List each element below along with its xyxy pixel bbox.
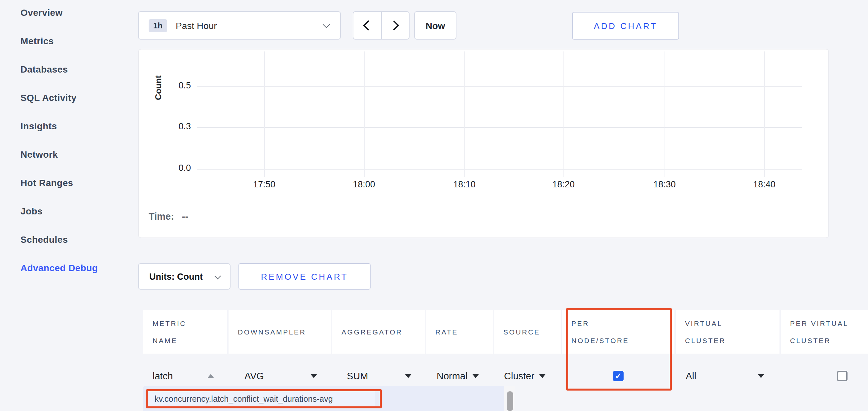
caret-up-icon [208,374,214,378]
column-header-downsampler: DOWNSAMPLER [228,310,331,353]
time-readout-label: Time: [149,211,174,222]
caret-down-icon [405,374,411,378]
annotation-box-per-node-store [566,308,672,390]
prev-time-button[interactable] [353,12,381,39]
aggregator-cell: SUM [332,364,425,388]
caret-down-icon [539,374,546,378]
metric-table-header: METRIC NAME DOWNSAMPLER AGGREGATOR RATE … [143,310,868,353]
gridline-horizontal [197,87,802,87]
column-header-rate: RATE [426,310,493,353]
metric-table-row: latch AVG SUM Normal Cluster ✓ All [143,364,868,388]
caret-down-icon [310,374,317,378]
gridline-vertical [464,52,465,177]
gridline-vertical [764,52,765,177]
x-tick-1750: 17:50 [244,179,284,189]
source-select[interactable]: Cluster [504,371,534,381]
source-cell: Cluster [494,364,561,388]
downsampler-cell: AVG [228,364,331,388]
sidebar-item-advanced-debug[interactable]: Advanced Debug [21,253,133,282]
sidebar-item-insights[interactable]: Insights [21,111,133,140]
now-button[interactable]: Now [414,11,457,40]
gridline-vertical [364,52,365,177]
rate-cell: Normal [426,364,493,388]
sidebar-item-network[interactable]: Network [21,140,133,168]
custom-chart-page: Overview Metrics Databases SQL Activity … [0,0,868,411]
next-time-button[interactable] [381,12,409,39]
virtual-cluster-cell: All [676,364,779,388]
metric-name-input[interactable]: latch [153,371,173,381]
gridline-vertical [664,52,665,177]
chart-card: Count 0.5 0.3 0.0 17:50 18:00 18:10 18:2… [138,49,829,238]
gridline-vertical [563,52,564,177]
chevron-down-icon [323,21,330,28]
column-header-metric-name: METRIC NAME [143,310,227,353]
x-tick-1810: 18:10 [444,179,484,189]
virtual-cluster-select[interactable]: All [686,371,696,381]
per-virtual-cluster-checkbox[interactable] [837,371,847,381]
metric-name-cell: latch [143,364,227,388]
gridline-horizontal [197,127,802,128]
dropdown-scrollbar-thumb[interactable] [507,391,513,411]
rate-select[interactable]: Normal [437,371,467,381]
remove-chart-button[interactable]: REMOVE CHART [239,263,371,289]
sidebar-item-jobs[interactable]: Jobs [21,197,133,225]
add-chart-button[interactable]: ADD CHART [572,12,679,40]
y-tick-0-3: 0.3 [164,122,191,131]
gridline-vertical [264,52,265,177]
column-header-per-virtual-cluster: PER VIRTUAL CLUSTER [781,310,868,353]
sidebar-item-hot-ranges[interactable]: Hot Ranges [21,168,133,197]
time-readout-value: -- [182,211,188,222]
column-header-virtual-cluster: VIRTUAL CLUSTER [676,310,779,353]
y-tick-0-0: 0.0 [164,163,191,173]
time-step-buttons [353,11,409,40]
gridline-horizontal [197,169,802,170]
x-tick-1840: 18:40 [744,179,784,189]
sidebar-nav: Overview Metrics Databases SQL Activity … [21,0,133,282]
x-tick-1800: 18:00 [344,179,384,189]
downsampler-select[interactable]: AVG [244,371,264,381]
units-dropdown[interactable]: Units: Count [138,263,230,289]
aggregator-select[interactable]: SUM [347,371,368,381]
chevron-right-icon [389,20,399,30]
sidebar-item-databases[interactable]: Databases [21,55,133,83]
per-virtual-cluster-cell [781,364,868,388]
x-tick-1830: 18:30 [645,179,684,189]
chevron-left-icon [363,20,373,30]
x-tick-1820: 18:20 [544,179,583,189]
chevron-down-icon [214,273,221,279]
y-tick-0-5: 0.5 [164,80,191,91]
time-range-selector[interactable]: 1h Past Hour [138,11,341,40]
sidebar-item-overview[interactable]: Overview [21,0,133,26]
time-range-badge: 1h [149,19,167,32]
column-header-aggregator: AGGREGATOR [332,310,425,353]
column-header-source: SOURCE [494,310,561,353]
annotation-box-suggestion [146,389,382,408]
sidebar-item-sql-activity[interactable]: SQL Activity [21,83,133,111]
time-readout: Time:-- [149,211,188,222]
sidebar-item-metrics[interactable]: Metrics [21,26,133,55]
units-dropdown-label: Units: Count [149,271,203,281]
caret-down-icon [472,374,478,378]
time-range-label: Past Hour [176,20,217,31]
caret-down-icon [758,374,764,378]
sidebar-item-schedules[interactable]: Schedules [21,225,133,253]
